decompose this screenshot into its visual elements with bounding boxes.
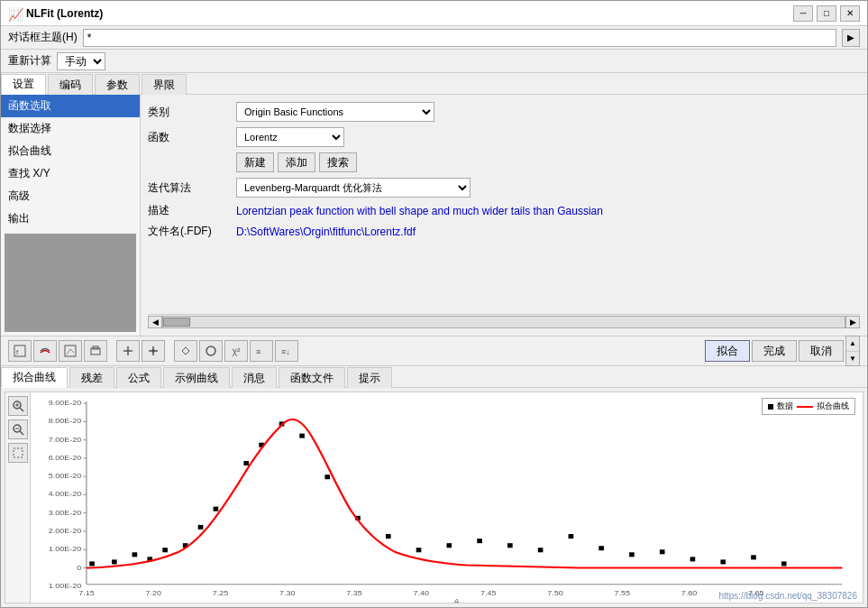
chart-tools [5, 392, 31, 603]
sidebar-item-data[interactable]: 数据选择 [1, 117, 140, 140]
select-tool-button[interactable] [8, 443, 28, 463]
toolbar-btn-1[interactable]: f [8, 340, 32, 362]
search-button[interactable]: 搜索 [319, 152, 357, 172]
hscrollbar-thumb[interactable] [163, 318, 190, 327]
svg-rect-64 [243, 461, 249, 465]
svg-rect-72 [447, 543, 452, 548]
dialog-subject-row: 对话框主题(H) ▶ [1, 26, 867, 50]
svg-rect-68 [324, 474, 330, 479]
toolbar-btn-2[interactable] [33, 340, 57, 362]
zoom-out-button[interactable] [8, 419, 28, 439]
dialog-subject-input[interactable] [83, 29, 836, 47]
toolbar-btn-5[interactable] [116, 340, 140, 362]
svg-rect-60 [162, 548, 168, 552]
toolbar-btn-8[interactable] [199, 340, 223, 362]
fit-button[interactable]: 拟合 [705, 340, 750, 362]
toolbar-scroll[interactable]: ▲ ▼ [845, 336, 860, 366]
svg-rect-63 [214, 507, 219, 511]
sidebar-item-findxy[interactable]: 查找 X/Y [1, 162, 140, 185]
bottom-tab-funcfile[interactable]: 函数文件 [279, 367, 345, 388]
toolbar-row: f χ² ≡ ≡↓ [1, 336, 867, 366]
scroll-left-button[interactable]: ◀ [148, 316, 162, 328]
svg-text:7.00E-20: 7.00E-20 [49, 435, 82, 443]
svg-text:A: A [453, 597, 460, 603]
cancel-button[interactable]: 取消 [799, 340, 844, 362]
svg-line-14 [20, 408, 23, 411]
dialog-subject-arrow[interactable]: ▶ [842, 29, 860, 47]
recalc-select[interactable]: 手动 自动 [57, 52, 105, 70]
svg-text:7.50: 7.50 [547, 588, 563, 596]
svg-text:9.00E-20: 9.00E-20 [49, 399, 82, 407]
iteration-select[interactable]: Levenberg-Marquardt 优化算法 [236, 178, 471, 198]
bottom-tab-fitcurve[interactable]: 拟合曲线 [1, 367, 68, 388]
done-button[interactable]: 完成 [752, 340, 797, 362]
svg-text:0: 0 [77, 563, 81, 571]
bottom-tab-hint[interactable]: 提示 [347, 367, 392, 388]
iteration-row: Levenberg-Marquardt 优化算法 [236, 178, 860, 198]
svg-rect-75 [538, 548, 544, 552]
filename-value: D:\SoftWares\Orgin\fitfunc\Lorentz.fdf [236, 226, 860, 238]
window-title: NLFit (Lorentz) [26, 7, 103, 20]
sidebar-item-output[interactable]: 输出 [1, 207, 140, 230]
legend-fit-label: 拟合曲线 [817, 401, 849, 412]
legend-data-icon [768, 404, 773, 410]
svg-text:7.20: 7.20 [145, 588, 161, 596]
toolbar-btn-10[interactable]: ≡↓ [275, 340, 298, 362]
svg-rect-57 [112, 559, 117, 564]
toolbar-btn-4[interactable] [84, 340, 107, 362]
bottom-tab-example[interactable]: 示例曲线 [163, 367, 230, 388]
bottom-tab-message[interactable]: 消息 [232, 367, 277, 388]
svg-rect-2 [65, 345, 76, 356]
svg-rect-70 [386, 534, 391, 539]
sidebar-item-function[interactable]: 函数选取 [1, 95, 140, 117]
tab-bounds[interactable]: 界限 [142, 74, 187, 95]
category-select[interactable]: Origin Basic Functions [236, 102, 434, 122]
minimize-button[interactable]: ─ [793, 5, 813, 22]
zoom-in-button[interactable] [8, 396, 28, 416]
maximize-button[interactable]: □ [817, 5, 836, 22]
toolbar-btn-chi[interactable]: χ² [224, 340, 248, 362]
sidebar-item-advanced[interactable]: 高级 [1, 185, 140, 207]
tab-params[interactable]: 参数 [95, 74, 140, 95]
svg-text:7.40: 7.40 [414, 588, 430, 596]
toolbar-btn-9[interactable]: ≡ [250, 340, 273, 362]
svg-text:7.55: 7.55 [614, 588, 630, 596]
new-button[interactable]: 新建 [236, 152, 274, 172]
svg-text:2.00E-20: 2.00E-20 [49, 526, 82, 534]
function-label: 函数 [148, 130, 229, 145]
svg-rect-76 [569, 534, 574, 539]
svg-text:7.30: 7.30 [279, 588, 296, 596]
toolbar-btn-7[interactable] [174, 340, 197, 362]
toolbar-btn-3[interactable] [59, 340, 82, 362]
svg-rect-62 [198, 525, 204, 530]
chart-legend: 数据 拟合曲线 [762, 398, 855, 415]
tab-settings[interactable]: 设置 [1, 74, 46, 95]
function-buttons: 新建 添加 搜索 [236, 152, 860, 172]
bottom-tab-residual[interactable]: 残差 [69, 367, 114, 388]
toolbar-scroll-up[interactable]: ▲ [846, 336, 859, 352]
bottom-tab-formula[interactable]: 公式 [116, 367, 161, 388]
toolbar-btn-6[interactable] [142, 340, 165, 362]
tab-code[interactable]: 编码 [48, 74, 93, 95]
sidebar-item-fitcurve[interactable]: 拟合曲线 [1, 140, 140, 162]
toolbar-scroll-down[interactable]: ▼ [846, 352, 859, 366]
hscrollbar[interactable] [162, 316, 845, 328]
svg-text:5.00E-20: 5.00E-20 [49, 472, 82, 480]
bottom-area: 拟合曲线 残差 公式 示例曲线 消息 函数文件 提示 [1, 366, 867, 607]
svg-rect-80 [690, 557, 696, 561]
function-select[interactable]: Lorentz [236, 127, 344, 147]
svg-point-10 [206, 346, 215, 355]
svg-text:8.00E-20: 8.00E-20 [49, 417, 82, 425]
add-button[interactable]: 添加 [278, 152, 315, 172]
scrollbar-area: ◀ ▶ [148, 314, 860, 328]
svg-rect-82 [751, 555, 756, 559]
function-row: Lorentz [236, 127, 860, 147]
svg-text:f: f [16, 348, 19, 356]
filename-label: 文件名(.FDF) [148, 224, 229, 239]
svg-text:≡: ≡ [256, 347, 260, 356]
svg-rect-58 [132, 552, 138, 557]
chart-area: 数据 拟合曲线 9.00E-20 8.00E-20 7.00E-20 [5, 392, 863, 603]
scroll-right-button[interactable]: ▶ [845, 316, 860, 328]
svg-rect-79 [660, 549, 665, 554]
close-button[interactable]: ✕ [840, 5, 860, 22]
